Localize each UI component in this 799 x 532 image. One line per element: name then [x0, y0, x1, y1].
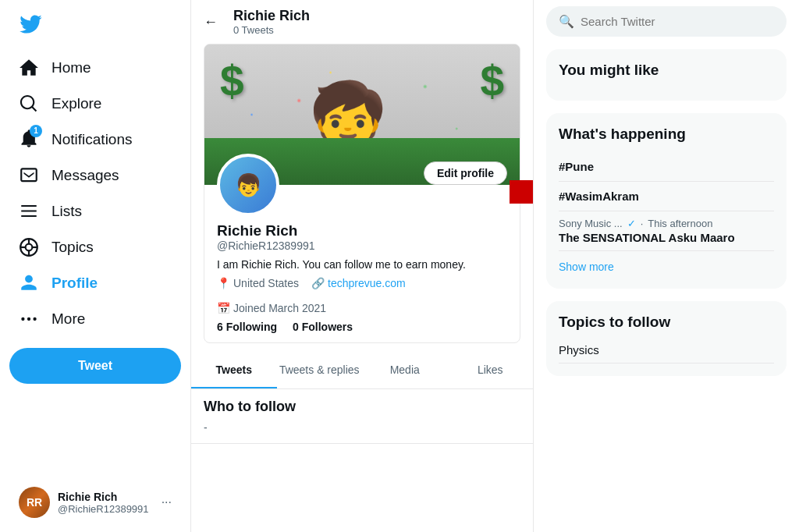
- tweet-button[interactable]: Tweet: [9, 348, 181, 384]
- profile-bio: I am Richie Rich. You can follow me to e…: [217, 258, 507, 271]
- edit-profile-button[interactable]: Edit profile: [424, 161, 507, 185]
- avatar: RR: [19, 487, 50, 518]
- nav-label-notifications: Notifications: [51, 131, 133, 148]
- profile-header-info: Richie Rich 0 Tweets: [233, 8, 310, 36]
- messages-icon: [19, 165, 39, 186]
- you-might-like-section: You might like: [546, 49, 787, 101]
- profile-location: 📍 United States: [217, 277, 299, 289]
- profile-header-nav: ← Richie Rich 0 Tweets: [191, 0, 533, 44]
- whats-happening-title: What's happening: [559, 126, 774, 143]
- profile-handle: @RichieR12389991: [217, 239, 507, 252]
- sony-time: This afternoon: [648, 218, 712, 229]
- website-link[interactable]: techprevue.com: [328, 277, 406, 289]
- sidebar-item-more[interactable]: More: [9, 301, 181, 337]
- trending-item-wasim[interactable]: #WasimAkram: [559, 182, 774, 211]
- sidebar: Home Explore 1 Notifications Messages Li…: [0, 0, 191, 532]
- profile-avatar: 👦: [217, 154, 279, 216]
- twitter-bird-icon: [19, 12, 42, 36]
- nav-label-home: Home: [51, 59, 91, 76]
- explore-icon: [19, 94, 39, 114]
- nav-label-messages: Messages: [51, 167, 119, 184]
- trending-item-pune[interactable]: #Pune: [559, 152, 774, 182]
- sidebar-item-messages[interactable]: Messages: [9, 158, 181, 193]
- user-info: Richie Rich @RichieR12389991: [58, 491, 154, 515]
- followers-stat[interactable]: 0 Followers: [293, 321, 353, 333]
- verified-icon: ✓: [627, 218, 636, 229]
- user-display-name: Richie Rich: [58, 491, 154, 503]
- back-button[interactable]: ←: [204, 14, 218, 30]
- sidebar-item-lists[interactable]: Lists: [9, 193, 181, 229]
- nav-icon-messages: [19, 165, 39, 186]
- banner-dollar-right: $: [480, 56, 504, 106]
- followers-label: Followers: [302, 321, 353, 333]
- profile-website[interactable]: 🔗 techprevue.com: [311, 277, 406, 289]
- following-label: Following: [226, 321, 277, 333]
- show-more-link[interactable]: Show more: [559, 251, 774, 276]
- nav-label-profile: Profile: [51, 275, 98, 292]
- tab-media[interactable]: Media: [362, 353, 448, 388]
- sidebar-item-profile[interactable]: Profile: [9, 265, 181, 301]
- sidebar-item-topics[interactable]: Topics: [9, 229, 181, 265]
- nav-icon-notifications: 1: [19, 129, 39, 150]
- sony-source: Sony Music ...: [559, 218, 623, 229]
- search-input[interactable]: [581, 15, 774, 28]
- user-profile-footer[interactable]: RR Richie Rich @RichieR12389991 ···: [9, 479, 181, 526]
- sidebar-item-home[interactable]: Home: [9, 50, 181, 86]
- search-box[interactable]: 🔍: [546, 6, 787, 37]
- trending-tag-pune: #Pune: [559, 160, 774, 173]
- who-to-follow-title: Who to follow: [204, 399, 520, 415]
- twitter-logo[interactable]: [9, 6, 181, 45]
- nav-icon-topics: [19, 237, 39, 257]
- nav-icon-explore: [19, 94, 39, 114]
- profile-tabs: Tweets Tweets & replies Media Likes: [191, 353, 533, 389]
- nav-label-more: More: [51, 310, 85, 328]
- whats-happening-section: What's happening #Pune #WasimAkram Sony …: [546, 113, 787, 289]
- link-icon: 🔗: [311, 277, 325, 289]
- sony-time-separator: ·: [641, 218, 644, 229]
- profile-meta: 📍 United States 🔗 techprevue.com 📅 Joine…: [217, 277, 507, 314]
- profile-info: Richie Rich @RichieR12389991 I am Richie…: [204, 216, 520, 342]
- you-might-like-title: You might like: [559, 62, 774, 79]
- search-icon: 🔍: [559, 14, 574, 29]
- following-stat[interactable]: 6 Following: [217, 321, 277, 333]
- nav-list: Home Explore 1 Notifications Messages Li…: [9, 50, 181, 337]
- profile-icon: [19, 273, 39, 293]
- user-handle: @RichieR12389991: [58, 503, 154, 515]
- more-icon: [19, 309, 39, 329]
- tab-tweets[interactable]: Tweets: [191, 353, 277, 388]
- profile-header-name: Richie Rich: [233, 8, 310, 24]
- notification-badge: 1: [30, 125, 42, 137]
- topic-physics[interactable]: Physics: [559, 337, 774, 364]
- more-options-icon[interactable]: ···: [162, 495, 172, 509]
- profile-card-wrapper: $ $ 🧒 👦 Edit profile Richie Rich @Richie…: [191, 44, 533, 343]
- avatar-initials: RR: [27, 496, 42, 509]
- lists-icon: [19, 201, 39, 222]
- right-sidebar: 🔍 You might like What's happening #Pune …: [534, 0, 799, 532]
- banner-dollar-left: $: [220, 56, 244, 106]
- topics-title: Topics to follow: [559, 314, 774, 331]
- profile-joined: 📅 Joined March 2021: [217, 302, 326, 314]
- trending-tag-wasim: #WasimAkram: [559, 190, 774, 203]
- who-to-follow-section: Who to follow -: [191, 389, 533, 444]
- trending-item-sony[interactable]: Sony Music ... ✓ · This afternoon The SE…: [559, 211, 774, 251]
- sidebar-item-notifications[interactable]: 1 Notifications: [9, 122, 181, 158]
- profile-card: $ $ 🧒 👦 Edit profile Richie Rich @Richie…: [204, 44, 520, 343]
- tab-likes[interactable]: Likes: [448, 353, 534, 388]
- notification-wrapper: 1: [19, 128, 39, 152]
- nav-icon-more: [19, 309, 39, 329]
- nav-label-explore: Explore: [51, 95, 101, 112]
- svg-point-1: [26, 244, 33, 251]
- tab-tweets-replies[interactable]: Tweets & replies: [277, 353, 363, 388]
- sony-headline: The SENSATIONAL Asku Maaro: [559, 231, 774, 244]
- profile-tweet-count: 0 Tweets: [233, 24, 310, 36]
- profile-display-name: Richie Rich: [217, 222, 507, 239]
- nav-label-lists: Lists: [51, 203, 82, 220]
- location-icon: 📍: [217, 277, 230, 289]
- sidebar-item-explore[interactable]: Explore: [9, 86, 181, 122]
- svg-point-8: [33, 317, 36, 321]
- svg-point-6: [21, 317, 24, 321]
- nav-icon-profile: [19, 273, 39, 293]
- profile-avatar-section: 👦 Edit profile: [204, 154, 520, 216]
- topics-icon: [19, 237, 39, 257]
- nav-icon-home: [19, 58, 39, 78]
